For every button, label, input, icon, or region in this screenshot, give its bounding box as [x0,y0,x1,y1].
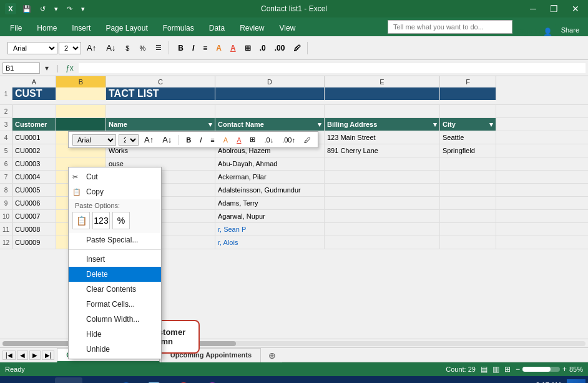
mini-font-select[interactable]: Arial [72,134,116,146]
mini-fill-color-button[interactable]: A [220,135,231,145]
cell-c1[interactable]: TACT LIST [106,87,215,100]
cell-d12[interactable]: r, Alois [215,236,325,249]
cell-a8[interactable]: CU0005 [12,184,56,196]
taskbar-excel2-icon[interactable]: Excel... [285,377,312,383]
cut-menu-item[interactable]: ✂ Cut [69,169,161,184]
cell-d7[interactable]: Ackerman, Pilar [215,171,325,183]
increase-decimal-button[interactable]: .00 [271,42,289,54]
paste-values-button[interactable]: 123 [92,212,110,229]
cell-c2[interactable] [106,105,215,117]
cell-a11[interactable]: CU0008 [12,223,56,236]
tab-file[interactable]: File [2,20,29,36]
col-header-d[interactable]: D [215,76,325,87]
cell-f8[interactable] [440,184,496,196]
taskbar-word-icon[interactable]: 📝 [141,377,169,383]
page-break-view-button[interactable]: ⊞ [504,365,511,374]
cell-f5[interactable]: Springfield [440,144,496,157]
insert-function-button[interactable]: ƒx [63,64,76,72]
cell-b3[interactable] [56,118,106,131]
zoom-out-button[interactable]: − [516,365,520,374]
cell-e5[interactable]: 891 Cherry Lane [325,144,440,157]
close-button[interactable]: ✕ [568,2,583,15]
formula-input[interactable] [79,63,586,73]
cell-a5[interactable]: CU0002 [12,144,56,157]
cell-a2[interactable] [12,105,56,117]
font-size-select[interactable]: 20 [59,42,81,54]
sheet-tab-next-button[interactable]: ▶ [29,351,41,360]
cell-e3[interactable]: Billing Address ▾ [325,118,440,131]
taskbar-browser-icon[interactable]: 🔵 [112,377,140,383]
cell-e9[interactable] [325,197,440,209]
taskbar-auto-icon[interactable]: Auto ... [256,377,283,383]
cell-e4[interactable]: 123 Main Street [325,131,440,144]
tell-me-input[interactable] [388,20,512,34]
percent-button[interactable]: % [135,42,150,54]
col-header-a[interactable]: A [12,76,56,87]
mini-decrease-font-button[interactable]: A↓ [159,134,175,146]
bold-button[interactable]: B [174,42,187,54]
cell-e10[interactable] [325,210,440,222]
taskbar-ie-icon[interactable]: e [26,377,54,383]
clear-contents-menu-item[interactable]: Clear Contents [69,282,161,297]
expand-formula-button[interactable]: ▾ [42,64,51,72]
share-button[interactable]: Share [555,24,586,36]
cell-f1[interactable] [440,87,496,100]
cell-d8[interactable]: Adalsteinsson, Gudmundur [215,184,325,196]
cell-a7[interactable]: CU0004 [12,171,56,183]
sheet-tab-last-button[interactable]: ▶| [42,351,55,360]
unhide-menu-item[interactable]: Unhide [69,342,161,357]
col-header-c[interactable]: C [106,76,215,87]
cell-f3[interactable]: City ▾ [440,118,496,131]
tab-home[interactable]: Home [29,20,64,36]
zoom-in-button[interactable]: + [562,365,567,374]
tab-review[interactable]: Review [232,20,272,36]
sheet-tab-prev-button[interactable]: ◀ [17,351,28,360]
cell-a10[interactable]: CU0007 [12,210,56,222]
taskbar-contacts-icon[interactable]: Conta... [227,377,255,383]
delete-menu-item[interactable]: Delete [69,267,161,282]
column-width-menu-item[interactable]: Column Width... [69,312,161,327]
cell-f9[interactable] [440,197,496,209]
paste-special-menu-item[interactable]: Paste Special... [69,232,161,247]
cell-f6[interactable] [440,157,496,170]
taskbar-excel-app[interactable]: Excel F... [55,377,82,383]
align-button[interactable]: ≡ [199,42,211,54]
clear-button[interactable]: 🖊 [290,42,305,54]
cell-f2[interactable] [440,105,496,117]
cell-d6[interactable]: Abu-Dayah, Ahmad [215,157,325,170]
cell-f11[interactable] [440,223,496,236]
cell-a9[interactable]: CU0006 [12,197,56,209]
currency-button[interactable]: $ [121,42,134,54]
save-button[interactable]: 💾 [20,4,34,14]
cell-b1[interactable] [56,87,106,100]
cell-b2[interactable] [56,105,106,117]
font-color-button[interactable]: A [227,42,240,54]
mini-clear-button[interactable]: 🖊 [301,135,314,145]
cell-e6[interactable] [325,157,440,170]
cell-d10[interactable]: Agarwal, Nupur [215,210,325,222]
fill-color-button[interactable]: A [212,42,225,54]
mini-font-size-select[interactable]: 20 [119,134,139,146]
increase-font-button[interactable]: A↑ [82,41,100,54]
minimize-button[interactable]: ─ [526,2,540,15]
paste-icon-button[interactable]: 📋 [72,212,90,229]
cell-d2[interactable] [215,105,325,117]
mini-bold-button[interactable]: B [183,135,194,145]
cell-f10[interactable] [440,210,496,222]
hide-menu-item[interactable]: Hide [69,327,161,342]
cell-a1[interactable]: CUST [12,87,56,100]
tab-insert[interactable]: Insert [64,20,98,36]
format-cells-menu-item[interactable]: Format Cells... [69,297,161,312]
cell-d3[interactable]: Contact Name ▾ [215,118,325,131]
col-header-b[interactable]: B [56,76,106,87]
cell-e1[interactable] [325,87,440,100]
taskbar-onenote-icon[interactable]: 🟣 [198,377,226,383]
taskbar-pdf-icon[interactable]: 🔴 [170,377,197,383]
cell-e2[interactable] [325,105,440,117]
mini-increase-decimal-button[interactable]: .00↑ [279,135,298,145]
name-box[interactable] [2,62,40,74]
cell-f7[interactable] [440,171,496,183]
mini-align-button[interactable]: ≡ [207,135,217,145]
cell-f4[interactable]: Seattle [440,131,496,144]
mini-increase-font-button[interactable]: A↑ [141,134,157,146]
